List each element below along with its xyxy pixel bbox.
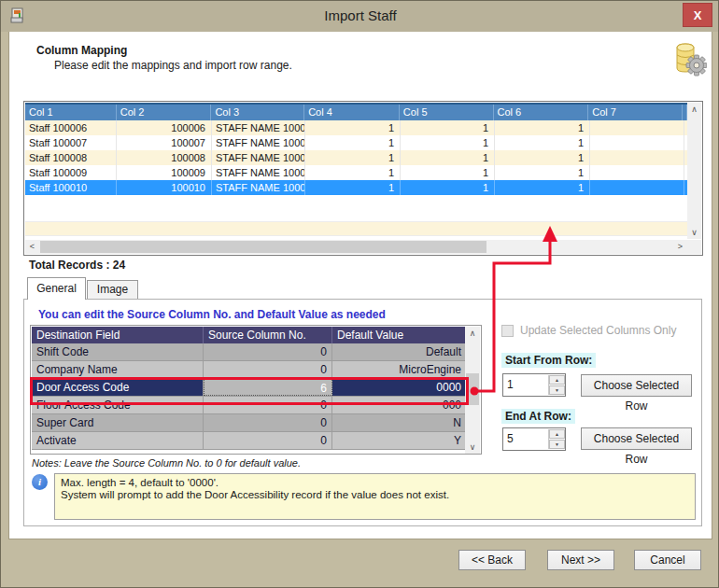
grid-vertical-scrollbar[interactable]: ∧ ∨ [687, 103, 701, 239]
grid-row[interactable]: Staff 100007 100007 STAFF NAME 1000 1 1 … [25, 135, 687, 150]
update-selected-columns-label: Update Selected Columns Only [520, 324, 676, 337]
update-selected-columns-checkbox[interactable] [501, 325, 514, 337]
scroll-down-icon[interactable]: ∨ [465, 441, 480, 454]
page-title: Column Mapping [36, 44, 127, 57]
info-line-1: Max. length = 4, default to '0000'. [61, 477, 689, 489]
mapping-vertical-scrollbar[interactable]: ∧ ∨ [465, 327, 480, 454]
next-button[interactable]: Next >> [547, 550, 614, 570]
tab-image[interactable]: Image [87, 280, 138, 300]
total-records-label: Total Records : 24 [29, 259, 125, 272]
import-staff-dialog: Import Staff X Column Mapping Please edi… [0, 0, 719, 588]
title-bar: Import Staff X [1, 1, 719, 32]
start-row-value[interactable]: 1 [507, 378, 514, 391]
choose-selected-row-button-end[interactable]: Choose Selected Row [581, 427, 692, 450]
grid-row[interactable]: Staff 100008 100008 STAFF NAME 1000 1 1 … [25, 150, 687, 165]
spin-up-icon[interactable]: ▲ [549, 375, 565, 385]
import-data-grid: Col 1 Col 2 Col 3 Col 4 Col 5 Col 6 Col … [23, 101, 703, 256]
choose-selected-row-button-start[interactable]: Choose Selected Row [581, 374, 692, 397]
spin-down-icon[interactable]: ▼ [549, 440, 565, 449]
notes-text: Notes: Leave the Source Column No. to 0 … [32, 457, 301, 469]
grid-col-header[interactable]: Col 3 [211, 105, 304, 120]
database-gear-icon [671, 42, 707, 77]
cancel-button[interactable]: Cancel [634, 550, 701, 570]
mapping-row-door-access-selected[interactable]: Door Access Code 6 0000 [32, 379, 467, 397]
scroll-right-icon[interactable]: > [673, 240, 687, 254]
info-icon: i [32, 474, 48, 490]
mapping-row[interactable]: Super Card 0 N [32, 414, 467, 432]
grid-col-header[interactable]: Col 7 [588, 105, 683, 120]
end-row-value[interactable]: 5 [507, 432, 514, 445]
scroll-up-icon[interactable]: ∧ [687, 103, 701, 116]
grid-header-row: Col 1 Col 2 Col 3 Col 4 Col 5 Col 6 Col … [25, 103, 687, 120]
grid-empty-stripe [25, 221, 687, 236]
mapping-row[interactable]: Activate 0 Y [32, 432, 467, 450]
mapping-row[interactable]: Company Name 0 MicroEngine [32, 361, 467, 379]
grid-col-header[interactable]: Col 5 [400, 105, 494, 120]
mapping-header-row: Destination Field Source Column No. Defa… [32, 327, 467, 343]
scroll-left-icon[interactable]: < [25, 240, 39, 254]
spin-down-icon[interactable]: ▼ [549, 385, 565, 395]
spin-up-icon[interactable]: ▲ [549, 429, 565, 439]
window-title: Import Staff [1, 7, 719, 23]
end-at-row-label: End At Row: [501, 409, 575, 424]
start-from-row-label: Start From Row: [501, 353, 596, 368]
mapping-col-header: Source Column No. [204, 327, 332, 343]
grid-row[interactable]: Staff 100009 100009 STAFF NAME 1000 1 1 … [25, 165, 687, 180]
gear-icon [686, 55, 707, 76]
close-button[interactable]: X [683, 3, 712, 27]
end-row-spinner[interactable]: 5 ▲ ▼ [502, 427, 566, 451]
mapping-col-header: Destination Field [32, 327, 204, 343]
info-line-2: System will prompt to add the Door Acces… [61, 489, 689, 501]
edit-instruction-text: You can edit the Source Column No. and D… [38, 308, 386, 321]
start-row-spinner[interactable]: 1 ▲ ▼ [502, 373, 566, 397]
scrollbar-thumb[interactable] [40, 241, 486, 253]
scroll-down-icon[interactable]: ∨ [687, 226, 701, 239]
mapping-col-header: Default Value [332, 327, 467, 343]
source-column-edit-cell[interactable]: 6 [204, 379, 332, 396]
grid-col-header[interactable]: Col 6 [494, 105, 589, 120]
back-button[interactable]: << Back [458, 550, 526, 570]
column-mapping-table: Destination Field Source Column No. Defa… [30, 325, 482, 455]
grid-col-header[interactable]: Col 1 [25, 105, 117, 120]
tab-general[interactable]: General [27, 277, 86, 300]
scroll-up-icon[interactable]: ∧ [465, 327, 480, 340]
mapping-row[interactable]: Shift Code 0 Default [32, 343, 467, 361]
grid-row-selected[interactable]: Staff 100010 100010 STAFF NAME 1000 1 1 … [25, 180, 687, 195]
grid-horizontal-scrollbar[interactable]: < > [25, 240, 687, 254]
grid-row[interactable]: Staff 100006 100006 STAFF NAME 1000 1 1 … [25, 120, 687, 135]
grid-col-header[interactable]: Col 2 [117, 105, 212, 120]
scrollbar-thumb[interactable] [466, 373, 479, 405]
info-message-box: Max. length = 4, default to '0000'. Syst… [54, 473, 696, 520]
page-subtitle: Please edit the mappings and import row … [54, 59, 292, 72]
mapping-row[interactable]: Floor Access Code 0 000 [32, 397, 467, 414]
grid-empty-area [25, 195, 687, 221]
grid-col-header[interactable]: Col 4 [304, 105, 400, 120]
